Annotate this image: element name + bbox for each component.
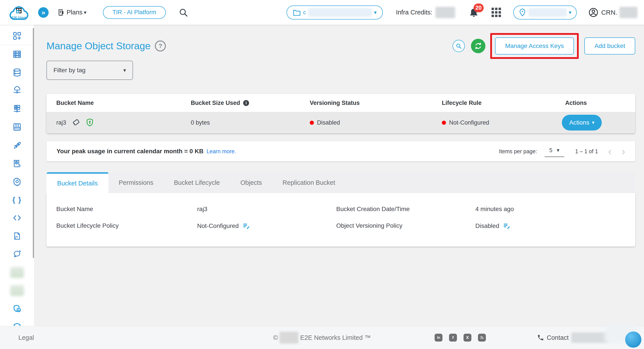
add-bucket-button[interactable]: Add bucket [584, 37, 635, 54]
region-selector-dropdown[interactable]: ▾ [513, 5, 577, 19]
tab-bucket-details[interactable]: Bucket Details [46, 172, 108, 193]
copyright-symbol: © [273, 334, 278, 341]
sidebar-item-node-network[interactable] [0, 100, 34, 118]
learn-more-link[interactable]: Learn more. [206, 148, 236, 155]
sidebar-item-billing[interactable] [0, 154, 34, 172]
social-links: in f X [434, 334, 486, 342]
sidebar-item-database[interactable] [0, 63, 34, 81]
document-icon [12, 231, 22, 241]
search-icon [456, 43, 462, 49]
chevron-down-icon: ▾ [569, 9, 572, 15]
detail-value-bucket-name: raj3 [197, 206, 336, 213]
linkedin-icon[interactable]: in [434, 334, 442, 342]
col-header-lifecycle-rule: Lifecycle Rule [432, 100, 539, 106]
redacted-icon [10, 267, 24, 278]
sidebar-item-support-chat[interactable] [0, 245, 34, 263]
sidebar-scrollbar[interactable] [33, 28, 34, 258]
col-header-bucket-size: Bucket Size Used i [181, 100, 300, 106]
plans-menu[interactable]: Plans ▾ [57, 8, 86, 16]
account-menu[interactable]: CRN. [588, 7, 638, 18]
help-icon[interactable]: ? [155, 40, 166, 51]
x-twitter-icon[interactable]: X [464, 334, 472, 342]
contact-number-redacted [571, 332, 608, 343]
rss-icon[interactable] [478, 334, 486, 342]
contact[interactable]: Contact [537, 332, 608, 343]
apps-grid-button[interactable] [492, 8, 501, 17]
tir-button-label: TIR - AI Platform [112, 9, 156, 16]
tir-ai-platform-button[interactable]: TIR - AI Platform [103, 6, 166, 19]
next-page-button[interactable]: › [622, 146, 625, 157]
location-pin-icon [518, 8, 526, 17]
sidebar-item-docs[interactable] [0, 227, 34, 245]
add-bucket-label: Add bucket [594, 42, 625, 49]
server-rack-icon [12, 50, 22, 59]
sidebar-item-cloud-network[interactable] [0, 81, 34, 100]
tab-objects[interactable]: Objects [230, 172, 272, 193]
col-header-versioning-status: Versioning Status [300, 100, 432, 106]
sidebar-item-code[interactable] [0, 209, 34, 227]
sidebar-item-storage[interactable] [0, 118, 34, 136]
infra-credits: Infra Credits: [396, 7, 455, 18]
project-selector-dropdown[interactable]: c ▾ [286, 5, 383, 19]
sidebar-item-compute[interactable] [0, 45, 34, 63]
buckets-table: Bucket Name Bucket Size Used i Versionin… [46, 94, 635, 133]
info-icon[interactable]: i [243, 100, 249, 106]
sidebar-expand-button[interactable]: » [38, 7, 49, 18]
detail-value-creation-time: 4 minutes ago [475, 206, 635, 213]
footer: Legal © E2E Networks Limited ™ in f X Co… [0, 326, 644, 349]
usage-summary-bar: Your peak usage in current calendar mont… [46, 141, 635, 161]
copyright: © E2E Networks Limited ™ [273, 332, 371, 344]
e2e-cloud-logo[interactable]: E2E Cloud [8, 2, 29, 22]
top-bar-left: E2E Cloud » Plans ▾ TIR - AI Platform [6, 2, 188, 22]
sidebar-item-settings[interactable] [0, 172, 34, 190]
col-header-actions: Actions [539, 100, 635, 106]
previous-page-button[interactable]: ‹ [608, 146, 612, 157]
sidebar-item-dashboard[interactable] [0, 27, 34, 45]
refresh-button[interactable] [471, 39, 486, 53]
sidebar-item-security-user[interactable] [0, 300, 34, 318]
sidebar-item-security-partial[interactable] [0, 318, 34, 326]
sidebar-item-launch[interactable] [0, 136, 34, 154]
crn-value-redacted [620, 7, 638, 18]
rocket-icon [12, 141, 22, 150]
cloud-logo-icon [8, 2, 29, 22]
infra-credits-value-redacted [436, 7, 455, 18]
status-dot-red [442, 121, 446, 125]
details-grid: Bucket Name raj3 Bucket Creation Date/Ti… [56, 206, 635, 230]
plans-receipt-icon [57, 8, 65, 16]
logo-wordmark: E2E Cloud [12, 16, 26, 19]
tab-permissions[interactable]: Permissions [108, 172, 164, 193]
sidebar-item-blurred-2[interactable] [0, 281, 34, 300]
lifecycle-rule-cell: Not-Configured [432, 119, 539, 126]
plans-label: Plans [66, 9, 82, 16]
chevron-down-icon: ▾ [123, 67, 126, 73]
detail-value-lifecycle-policy: Not-Configured [197, 222, 336, 230]
project-name-redacted [308, 8, 372, 17]
bucket-details-panel: Bucket Name raj3 Bucket Creation Date/Ti… [46, 193, 635, 247]
notifications-button[interactable]: 20 [469, 7, 479, 18]
global-search-icon[interactable] [178, 8, 188, 17]
status-dot-red [310, 121, 314, 125]
facebook-icon[interactable]: f [449, 334, 457, 342]
sidebar-item-blurred-1[interactable] [0, 263, 34, 281]
chat-widget-button[interactable] [625, 332, 641, 348]
database-icon [12, 68, 22, 77]
row-actions-dropdown-button[interactable]: Actions ▾ [562, 115, 602, 130]
tag-icon[interactable] [72, 119, 80, 127]
region-name-redacted [528, 8, 567, 17]
items-per-page-select[interactable]: 5 ▾ [544, 146, 564, 157]
tab-bucket-lifecycle[interactable]: Bucket Lifecycle [164, 172, 230, 193]
tab-replication-bucket[interactable]: Replication Bucket [272, 172, 346, 193]
manage-access-keys-button[interactable]: Manage Access Keys [495, 37, 574, 54]
pagination: Items per page: 5 ▾ 1 – 1 of 1 ‹ › [499, 146, 625, 157]
chevron-down-icon: ▾ [84, 9, 86, 15]
bucket-size-cell: 0 bytes [181, 119, 300, 126]
edit-note-icon[interactable] [503, 222, 510, 230]
sidebar-item-api-braces[interactable]: { } [0, 190, 34, 209]
search-buckets-button[interactable] [452, 40, 465, 52]
legal-link[interactable]: Legal [18, 334, 34, 341]
manage-access-keys-label: Manage Access Keys [505, 42, 564, 49]
actions-cell: Actions ▾ [539, 115, 635, 130]
filter-by-tag-dropdown[interactable]: Filter by tag ▾ [46, 61, 133, 80]
edit-note-icon[interactable] [243, 222, 250, 230]
